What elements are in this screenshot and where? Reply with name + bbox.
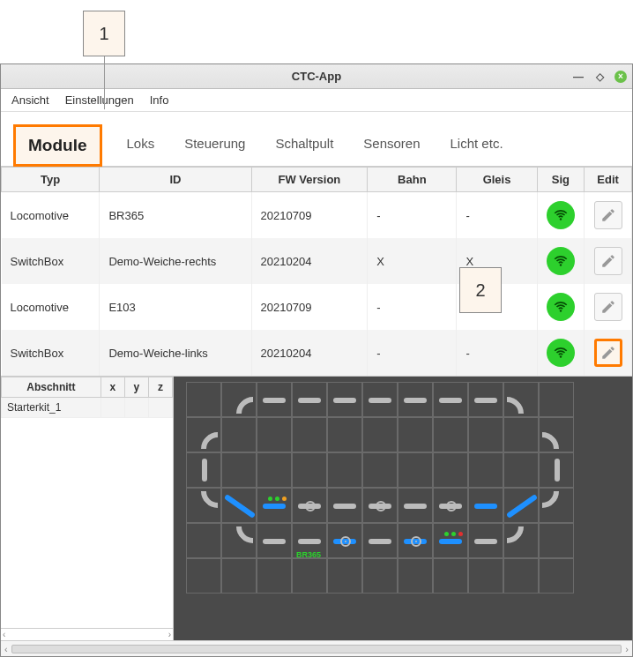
cell-gleis: - xyxy=(457,192,537,239)
section-y xyxy=(124,398,148,418)
cell-edit xyxy=(585,192,632,239)
edit-button[interactable] xyxy=(594,201,622,229)
tab-sensoren[interactable]: Sensoren xyxy=(358,127,425,163)
section-name: Starterkit_1 xyxy=(2,398,101,418)
wifi-icon xyxy=(547,247,575,275)
wifi-icon xyxy=(547,201,575,229)
col-bahn[interactable]: Bahn xyxy=(368,168,457,192)
table-row[interactable]: SwitchBoxDemo-Weiche-links20210204-- xyxy=(2,330,632,376)
table-row[interactable]: LocomotiveE10320210709-- xyxy=(2,284,632,330)
cell-typ: SwitchBox xyxy=(2,330,100,376)
cell-bahn: - xyxy=(368,284,457,330)
tabbar: Module Loks Steuerung Schaltpult Sensore… xyxy=(1,112,632,167)
edit-button[interactable] xyxy=(594,339,622,367)
sec-col-abschnitt[interactable]: Abschnitt xyxy=(2,377,101,398)
tab-loks[interactable]: Loks xyxy=(122,127,160,163)
app-window: CTC-App — ◇ × Ansicht Einstellungen Info… xyxy=(0,63,633,657)
svg-point-2 xyxy=(560,310,562,311)
edit-button[interactable] xyxy=(594,293,622,321)
callout-1: 1 xyxy=(83,11,125,56)
cell-bahn: - xyxy=(368,330,457,376)
sections-panel: Abschnitt x y z Starterkit_1 ‹› xyxy=(1,377,174,640)
col-gleis[interactable]: Gleis xyxy=(457,168,537,192)
cell-edit xyxy=(585,238,632,284)
svg-point-3 xyxy=(560,355,562,357)
cell-gleis: - xyxy=(457,330,537,376)
svg-point-0 xyxy=(560,218,562,220)
cell-id: Demo-Weiche-links xyxy=(100,330,251,376)
cell-fw: 20210709 xyxy=(251,192,368,239)
cell-fw: 20210204 xyxy=(251,238,368,284)
col-fw[interactable]: FW Version xyxy=(251,168,368,192)
svg-point-1 xyxy=(560,264,562,265)
menubar: Ansicht Einstellungen Info xyxy=(1,89,632,112)
col-sig[interactable]: Sig xyxy=(537,168,585,192)
cell-typ: Locomotive xyxy=(2,192,100,239)
col-id[interactable]: ID xyxy=(100,168,251,192)
window-title: CTC-App xyxy=(292,70,341,83)
edit-button[interactable] xyxy=(594,247,622,275)
lower-panel: Abschnitt x y z Starterkit_1 ‹› xyxy=(1,376,632,640)
section-z xyxy=(148,398,172,418)
sec-col-y[interactable]: y xyxy=(124,377,148,398)
scroll-right-icon[interactable]: › xyxy=(625,644,629,654)
cell-sig xyxy=(537,330,585,376)
modules-table: Typ ID FW Version Bahn Gleis Sig Edit Lo… xyxy=(1,167,632,376)
cell-id: E103 xyxy=(100,284,251,330)
sec-col-z[interactable]: z xyxy=(148,377,172,398)
menu-einstellungen[interactable]: Einstellungen xyxy=(65,93,134,107)
wifi-icon xyxy=(547,339,575,367)
section-row[interactable]: Starterkit_1 xyxy=(2,398,173,418)
cell-bahn: X xyxy=(368,238,457,284)
close-icon[interactable]: × xyxy=(614,71,627,83)
wifi-icon xyxy=(547,293,575,321)
cell-id: Demo-Weiche-rechts xyxy=(100,238,251,284)
menu-ansicht[interactable]: Ansicht xyxy=(11,93,49,107)
cell-edit xyxy=(585,330,632,376)
cell-typ: SwitchBox xyxy=(2,238,100,284)
table-row[interactable]: SwitchBoxDemo-Weiche-rechts20210204XX xyxy=(2,238,632,284)
sections-scrollbar[interactable]: ‹› xyxy=(1,628,173,640)
menu-info[interactable]: Info xyxy=(150,93,169,107)
cell-typ: Locomotive xyxy=(2,284,100,330)
cell-fw: 20210204 xyxy=(251,330,368,376)
col-edit[interactable]: Edit xyxy=(585,168,632,192)
minimize-icon[interactable]: — xyxy=(572,71,585,83)
cell-edit xyxy=(585,284,632,330)
titlebar: CTC-App — ◇ × xyxy=(1,64,632,89)
tab-module[interactable]: Module xyxy=(13,124,102,167)
tab-steuerung[interactable]: Steuerung xyxy=(179,127,250,163)
track-layout[interactable]: BR365 xyxy=(174,377,632,640)
table-row[interactable]: LocomotiveBR36520210709-- xyxy=(2,192,632,239)
cell-sig xyxy=(537,284,585,330)
section-x xyxy=(101,398,124,418)
cell-id: BR365 xyxy=(100,192,251,239)
maximize-icon[interactable]: ◇ xyxy=(593,71,606,83)
col-typ[interactable]: Typ xyxy=(2,168,100,192)
tab-schaltpult[interactable]: Schaltpult xyxy=(270,127,339,163)
cell-bahn: - xyxy=(368,192,457,239)
cell-sig xyxy=(537,238,585,284)
scroll-left-icon[interactable]: ‹ xyxy=(4,644,8,654)
cell-fw: 20210709 xyxy=(251,284,368,330)
cell-sig xyxy=(537,192,585,239)
tab-licht[interactable]: Licht etc. xyxy=(445,127,509,163)
sec-col-x[interactable]: x xyxy=(101,377,124,398)
callout-2: 2 xyxy=(459,267,502,313)
callout-1-line xyxy=(104,56,105,109)
main-scrollbar[interactable]: ‹ › xyxy=(1,640,632,656)
